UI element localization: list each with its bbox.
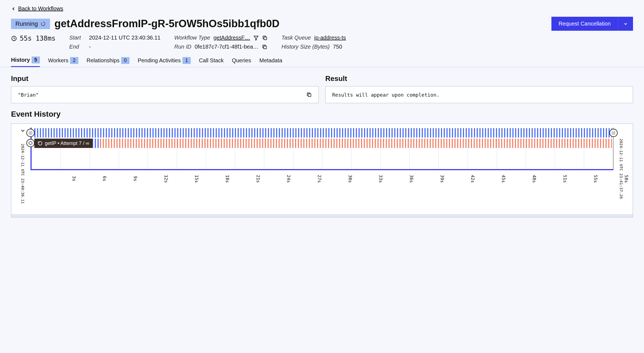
tab-workers-badge: 2 [70, 57, 78, 64]
tab-call-stack[interactable]: Call Stack [199, 55, 224, 67]
timeline: 2024-12-11 UTC 23:40:36.11 2024-12-11 UT… [11, 124, 633, 217]
tab-metadata[interactable]: Metadata [259, 55, 282, 67]
back-link-label: Back to Workflows [18, 5, 63, 12]
result-value: Results will appear upon completion. [332, 92, 439, 98]
copy-workflow-type-icon[interactable] [262, 35, 268, 41]
runid-value: 0fe187c7-7cf1-48f1-bea… [195, 44, 258, 50]
timeline-scrollbar[interactable] [11, 214, 633, 217]
tab-pending-activities[interactable]: Pending Activities 1 [138, 55, 191, 67]
input-box: "Brian" [11, 86, 319, 103]
timeline-tick: 21s [230, 172, 261, 186]
taskqueue-value[interactable]: ip-address-ts [314, 35, 346, 41]
chevron-left-icon [11, 6, 16, 11]
result-title: Result [325, 74, 633, 83]
spinner-icon [41, 21, 46, 26]
status-label: Running [15, 20, 38, 27]
histsize-value: 750 [333, 44, 342, 50]
timeline-tick: 24s [261, 172, 292, 186]
tab-pending-badge: 1 [182, 57, 191, 64]
tab-relationships-badge: 0 [121, 57, 129, 64]
eye-icon [611, 130, 616, 135]
copy-runid-icon[interactable] [262, 44, 267, 50]
end-value: - [89, 44, 91, 50]
timeline-tick: 27s [291, 172, 322, 186]
timeline-tick: 55s [568, 172, 598, 186]
status-badge: Running [11, 19, 50, 29]
eye-icon [28, 130, 33, 135]
svg-rect-3 [264, 46, 267, 49]
timeline-tick: 45s [475, 172, 506, 186]
tab-relationships-label: Relationships [87, 57, 120, 64]
svg-point-7 [612, 131, 615, 135]
svg-point-8 [613, 132, 614, 134]
timeline-ticks: 3s6s9s12s15s18s21s24s27s30s33s36s39s42s4… [30, 172, 614, 186]
workflow-title: getAddressFromIP-gR-5rOW5hOs5ibb1qfb0D [54, 18, 279, 30]
svg-point-6 [30, 132, 31, 134]
svg-rect-4 [308, 94, 311, 97]
end-label: End [69, 44, 86, 50]
timeline-start-ts: 2024-12-11 UTC 23:40:36.11 [21, 144, 25, 204]
timeline-activity-bar[interactable]: getIP • Attempt 7 / ∞ [32, 139, 613, 148]
timeline-tick: 18s [199, 172, 230, 186]
timeline-tick: 9s [107, 172, 138, 186]
timeline-tick: 48s [506, 172, 537, 186]
tabs: History 5 Workers 2 Relationships 0 Pend… [0, 55, 644, 67]
diamond-icon [28, 141, 33, 145]
result-box: Results will appear upon completion. [325, 86, 633, 103]
back-to-workflows-link[interactable]: Back to Workflows [11, 5, 63, 12]
timeline-tick: 12s [138, 172, 169, 186]
timeline-tick: 58s [598, 172, 629, 186]
workflow-type-label: Workflow Type [174, 35, 210, 41]
copy-input-icon[interactable] [306, 92, 312, 97]
input-title: Input [11, 74, 319, 83]
tab-history-label: History [11, 57, 30, 63]
taskqueue-label: Task Queue [281, 35, 311, 41]
start-label: Start [69, 35, 86, 41]
timeline-end-ts: 2024-12-11 UTC 23:41:37.26 [619, 139, 623, 199]
timeline-tick: 6s [77, 172, 107, 186]
timeline-tick: 42s [445, 172, 476, 186]
histsize-label: History Size (Bytes) [281, 44, 330, 50]
timeline-handle-end[interactable] [609, 129, 618, 137]
timeline-tick: 30s [322, 172, 353, 186]
tab-relationships[interactable]: Relationships 0 [87, 55, 129, 67]
workflow-type-value[interactable]: getAddressF… [213, 35, 250, 41]
activity-label-text: getIP • Attempt 7 / ∞ [45, 141, 89, 146]
filter-icon[interactable] [253, 35, 259, 41]
timeline-row-marker[interactable] [26, 139, 35, 147]
tab-history[interactable]: History 5 [11, 55, 40, 67]
timeline-tick: 3s [46, 172, 77, 186]
tab-workers[interactable]: Workers 2 [48, 55, 78, 67]
timeline-collapse-toggle[interactable] [20, 128, 26, 134]
timeline-tick: 33s [353, 172, 384, 186]
chevron-down-icon [623, 21, 628, 26]
tab-pending-label: Pending Activities [138, 57, 181, 64]
input-value: "Brian" [18, 92, 39, 98]
tab-queries[interactable]: Queries [232, 55, 251, 67]
timeline-tick: 36s [383, 172, 414, 186]
timeline-tick: 39s [414, 172, 445, 186]
request-cancellation-dropdown[interactable] [618, 17, 633, 31]
clock-icon [11, 35, 17, 41]
request-cancellation-button[interactable]: Request Cancellation [551, 17, 618, 31]
svg-rect-2 [264, 37, 267, 40]
event-history-title: Event History [11, 110, 633, 119]
start-value: 2024-12-11 UTC 23:40:36.11 [89, 35, 160, 41]
timeline-handle-start[interactable] [26, 129, 35, 137]
timeline-tick: 15s [169, 172, 199, 186]
activity-label: getIP • Attempt 7 / ∞ [34, 139, 93, 148]
timeline-tick: 51s [537, 172, 568, 186]
elapsed-time: 55s 138ms [11, 35, 55, 42]
svg-marker-1 [254, 36, 258, 40]
tab-history-badge: 5 [32, 57, 40, 63]
elapsed-value: 55s 138ms [20, 35, 55, 42]
svg-point-5 [29, 131, 32, 135]
tab-workers-label: Workers [48, 57, 68, 64]
retry-icon [38, 141, 43, 146]
timeline-workflow-bar[interactable] [32, 128, 613, 138]
runid-label: Run ID [174, 44, 191, 50]
